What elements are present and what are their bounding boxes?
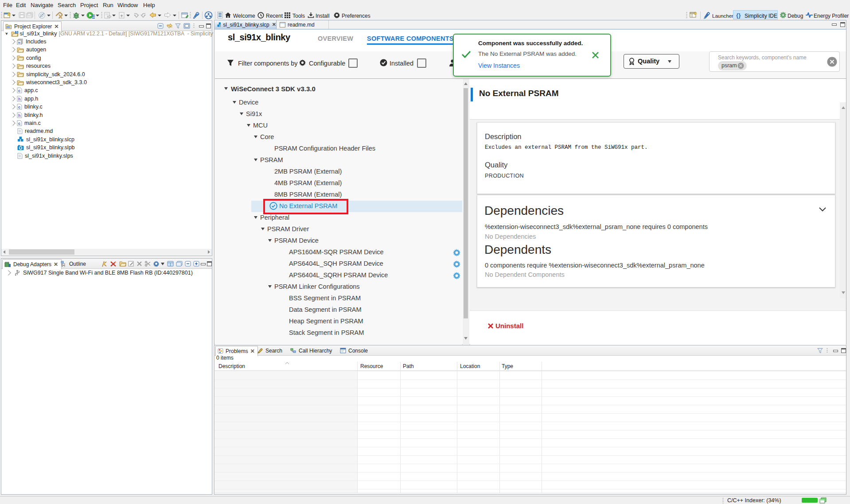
svg-text:c: c [18,105,20,109]
svg-text:h: h [18,97,21,101]
svg-text:h: h [18,41,20,45]
svg-text:S: S [16,31,18,34]
svg-text:c: c [18,89,20,93]
svg-text:h: h [18,113,21,118]
svg-text:c: c [18,121,20,126]
